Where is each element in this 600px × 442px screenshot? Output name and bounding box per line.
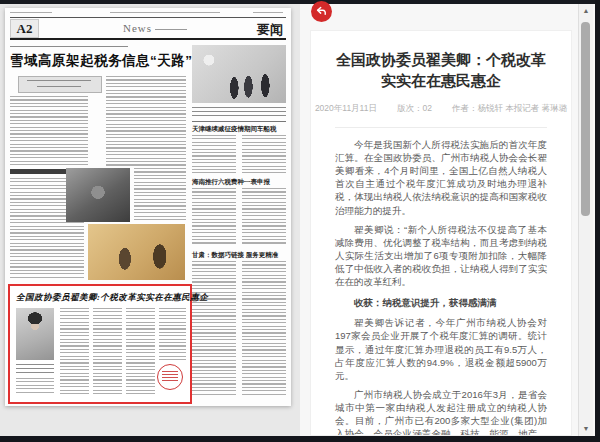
headline-hainan[interactable]: 海南推行六税费种一表申报: [192, 178, 270, 187]
mid-text-col: [134, 168, 186, 220]
paragraph: 今年是我国新个人所得税法实施后的首次年度汇算。在全国政协委员、广州市纳税人协会会…: [335, 138, 547, 217]
section-name-cn: 要闻: [257, 21, 283, 39]
window-top-bar: [0, 0, 600, 4]
headline-tianjin[interactable]: 天津继续减征疫情期间车船税: [192, 125, 277, 134]
tax-office-group-photo: [192, 45, 286, 103]
hl-text-col-3: [126, 308, 155, 394]
article-card: 全国政协委员翟美卿：个税改革实实在在惠民惠企 2020年11月11日 版次：02…: [310, 30, 572, 436]
page-meta-date: [10, 12, 52, 15]
portrait-caption: [16, 364, 54, 374]
column-divider: [192, 121, 286, 122]
phone-photo: [66, 168, 130, 222]
lead-text-col-left: [10, 96, 88, 166]
service-counter-photo: [88, 224, 185, 280]
window-right-bar: [595, 0, 600, 442]
header-thin-rule: [10, 17, 286, 18]
article-title: 全国政协委员翟美卿：个税改革实实在在惠民惠企: [335, 49, 547, 91]
lead-text-col-right: [106, 76, 186, 166]
article-reader-panel: 全国政协委员翟美卿：个税改革实实在在惠民惠企 2020年11月11日 版次：02…: [300, 4, 595, 436]
paragraph: 广州市纳税人协会成立于2016年3月，是省会城市中第一家由纳税人发起注册成立的纳…: [335, 388, 547, 436]
back-arrow-icon: [315, 5, 328, 18]
page-number-label: A2: [10, 19, 39, 38]
article-edition: 版次：02: [397, 103, 432, 115]
article-date: 2020年11月11日: [315, 103, 377, 115]
lead-kicker: [10, 46, 128, 50]
hl-text-col-4: [159, 308, 186, 360]
section-name-en: News: [123, 22, 152, 34]
zhai-meiqing-portrait: [16, 308, 54, 360]
article-author: 作者：杨锐轩 本报记者 蒋琳璐: [452, 103, 567, 115]
back-button[interactable]: [311, 1, 332, 22]
gansu-col-1: [192, 261, 236, 397]
paragraph: 翟美卿告诉记者，今年广州市纳税人协会对197家会员企业开展了个税年度汇算的调研。…: [335, 316, 547, 382]
hainan-col-1: [192, 188, 236, 246]
article-body: 今年是我国新个人所得税法实施后的首次年度汇算。在全国政协委员、广州市纳税人协会会…: [335, 138, 547, 436]
series-banner: [18, 76, 102, 93]
article-meta: 2020年11月11日 版次：02 作者：杨锐轩 本报记者 蒋琳璐: [335, 103, 547, 115]
tianjin-col-1: [192, 135, 236, 173]
paragraph: 翟美卿说：“新个人所得税法不仅提高了基本减除费用、优化调整了税率结构，而且考虑到…: [335, 223, 547, 289]
window-bottom-bar: [0, 436, 600, 442]
newspaper-page[interactable]: A2 News 要闻 雪域高原架起税务信息“天路” 天津继续减征疫情期间车船税 …: [5, 8, 291, 406]
selected-article-title: 全国政协委员翟美卿:个税改革实实在在惠民惠企: [16, 292, 184, 304]
page-meta-info: [110, 12, 220, 15]
scroll-up-icon[interactable]: ▲: [580, 6, 592, 16]
meta-divider: [335, 127, 547, 128]
selected-article-highlight[interactable]: 全国政协委员翟美卿:个税改革实实在在惠民惠企: [8, 284, 192, 404]
gansu-col-2: [242, 261, 286, 397]
hainan-col-2: [242, 188, 286, 246]
header-thick-rule: [10, 38, 286, 40]
subhead-gains: 收获：纳税意识提升，获得感满满: [335, 296, 547, 309]
hl-text-col-2: [93, 308, 122, 394]
scrollbar-thumb[interactable]: [581, 22, 590, 216]
hl-text-col-1: [60, 308, 89, 394]
news-dash: [155, 29, 187, 30]
hl-text-col-0: [16, 378, 54, 394]
red-seal-stamp: [157, 364, 183, 390]
scroll-down-icon[interactable]: ▼: [580, 424, 592, 434]
photo-caption: [192, 107, 286, 118]
app-window: A2 News 要闻 雪域高原架起税务信息“天路” 天津继续减征疫情期间车船税 …: [0, 0, 600, 442]
tianjin-col-2: [242, 135, 286, 173]
headline-gansu[interactable]: 甘肃：数据巧链接 服务更精准: [192, 251, 278, 260]
page-meta-right: [253, 12, 283, 15]
